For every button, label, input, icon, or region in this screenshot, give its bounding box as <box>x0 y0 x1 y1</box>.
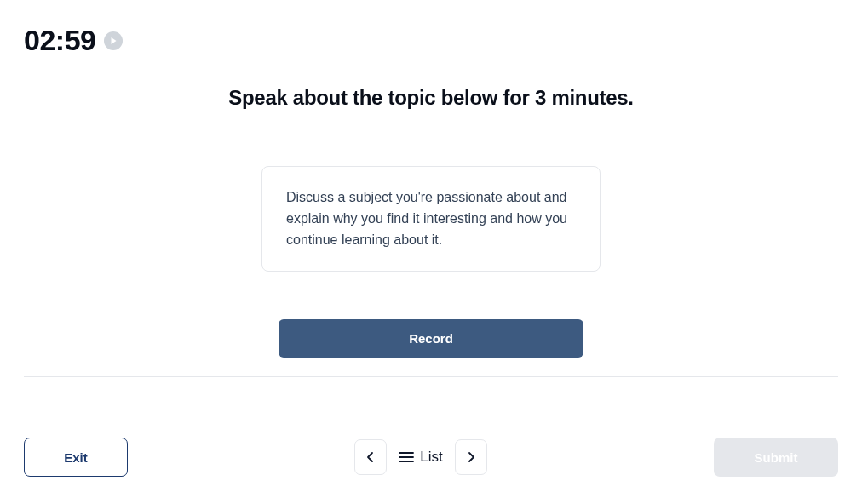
chevron-left-icon <box>364 450 377 464</box>
exit-button[interactable]: Exit <box>24 438 128 477</box>
prompt-card: Discuss a subject you're passionate abou… <box>261 166 601 272</box>
nav-group: List <box>354 439 486 475</box>
prompt-text: Discuss a subject you're passionate abou… <box>286 190 567 247</box>
record-button[interactable]: Record <box>279 319 583 358</box>
play-icon <box>109 37 118 45</box>
list-button[interactable]: List <box>395 449 445 466</box>
submit-button[interactable]: Submit <box>714 438 838 477</box>
chevron-right-icon <box>464 450 478 464</box>
instruction-heading: Speak about the topic below for 3 minute… <box>0 86 862 110</box>
footer: Exit List Submit <box>0 410 862 504</box>
play-button[interactable] <box>104 32 123 50</box>
next-button[interactable] <box>455 439 487 475</box>
list-icon <box>399 451 414 463</box>
timer-display: 02:59 <box>24 24 95 57</box>
list-label: List <box>420 449 442 466</box>
divider <box>24 376 838 377</box>
prev-button[interactable] <box>354 439 387 475</box>
